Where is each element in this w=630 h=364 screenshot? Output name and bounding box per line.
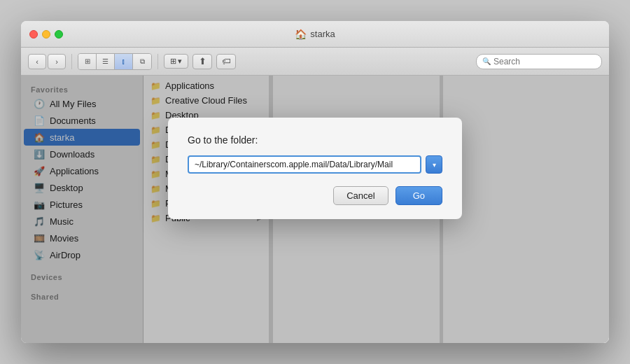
modal-buttons: Cancel Go bbox=[188, 186, 442, 205]
close-button[interactable] bbox=[29, 30, 38, 38]
maximize-button[interactable] bbox=[55, 30, 63, 38]
coverflow-view-button[interactable]: ⧉ bbox=[133, 54, 151, 69]
view-buttons: ⊞ ☰ ⫿ ⧉ bbox=[78, 53, 152, 70]
finder-window: 🏠 starka ‹ › ⊞ ☰ ⫿ ⧉ ⊞ ▾ ⬆ 🏷 🔍 bbox=[21, 21, 609, 343]
icon-view-button[interactable]: ⊞ bbox=[78, 54, 97, 69]
forward-button[interactable]: › bbox=[48, 54, 66, 69]
arrange-button[interactable]: ⊞ ▾ bbox=[164, 54, 188, 69]
modal-input-row: ▾ bbox=[188, 155, 442, 174]
arrange-chevron: ▾ bbox=[178, 57, 182, 66]
search-input[interactable] bbox=[493, 57, 596, 66]
window-title-text: starka bbox=[310, 29, 335, 39]
separator-1 bbox=[71, 54, 72, 69]
list-view-button[interactable]: ☰ bbox=[97, 54, 115, 69]
go-to-folder-dialog: Go to the folder: ▾ Cancel Go bbox=[168, 118, 462, 219]
share-button[interactable]: ⬆ bbox=[192, 54, 212, 69]
modal-overlay: Go to the folder: ▾ Cancel Go bbox=[21, 76, 609, 343]
arrange-icon: ⊞ bbox=[170, 57, 176, 66]
separator-2 bbox=[158, 54, 158, 69]
window-icon: 🏠 bbox=[295, 29, 307, 40]
edit-tags-button[interactable]: 🏷 bbox=[216, 54, 236, 69]
search-icon: 🔍 bbox=[482, 57, 491, 65]
nav-buttons: ‹ › bbox=[28, 54, 66, 69]
back-button[interactable]: ‹ bbox=[28, 54, 46, 69]
traffic-lights bbox=[29, 30, 63, 38]
cancel-button[interactable]: Cancel bbox=[333, 186, 388, 205]
content-area: Favorites 🕐 All My Files 📄 Documents 🏠 s… bbox=[21, 76, 609, 343]
window-title: 🏠 starka bbox=[295, 29, 335, 40]
toolbar: ‹ › ⊞ ☰ ⫿ ⧉ ⊞ ▾ ⬆ 🏷 🔍 bbox=[21, 48, 609, 76]
modal-title: Go to the folder: bbox=[188, 134, 442, 146]
column-view-button[interactable]: ⫿ bbox=[115, 54, 133, 69]
folder-path-input[interactable] bbox=[188, 155, 421, 174]
go-button[interactable]: Go bbox=[396, 186, 442, 205]
minimize-button[interactable] bbox=[42, 30, 50, 38]
titlebar: 🏠 starka bbox=[21, 21, 609, 48]
search-box[interactable]: 🔍 bbox=[476, 54, 602, 69]
path-dropdown-button[interactable]: ▾ bbox=[426, 155, 442, 174]
